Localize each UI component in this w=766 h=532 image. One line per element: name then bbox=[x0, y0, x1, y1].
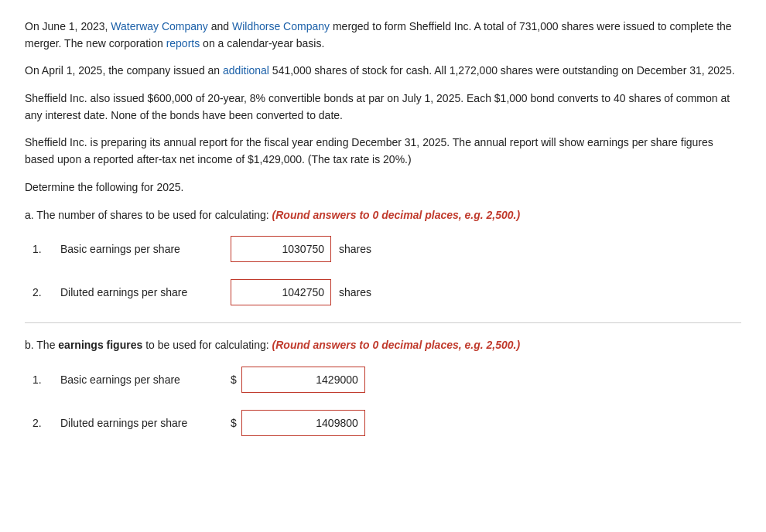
section-b-row-1: 1. Basic earnings per share $ bbox=[25, 367, 741, 393]
section-b-label-bold: earnings figures bbox=[58, 339, 142, 351]
dollar-sign-b1: $ bbox=[231, 373, 237, 386]
row-label-a1: Basic earnings per share bbox=[60, 243, 231, 255]
section-b-label-normal-1: b. The bbox=[25, 339, 58, 351]
unit-label-a1: shares bbox=[339, 243, 371, 255]
determine-label: Determine the following for 2025. bbox=[25, 179, 741, 196]
section-b-label-normal-2: to be used for calculating: bbox=[142, 339, 272, 351]
row-number-a1: 1. bbox=[32, 243, 60, 255]
section-a-label-normal: a. The number of shares to be used for c… bbox=[25, 209, 272, 221]
row-number-b1: 1. bbox=[32, 373, 60, 386]
row-number-b2: 2. bbox=[32, 417, 60, 429]
section-b-row-2: 2. Diluted earnings per share $ bbox=[25, 410, 741, 436]
waterway-highlight: Waterway Company bbox=[111, 20, 208, 32]
diluted-eps-shares-input[interactable] bbox=[231, 279, 331, 305]
row-label-b2: Diluted earnings per share bbox=[60, 417, 231, 429]
section-divider bbox=[25, 322, 741, 323]
paragraph-2: On April 1, 2025, the company issued an … bbox=[25, 63, 741, 80]
row-label-a2: Diluted earnings per share bbox=[60, 286, 231, 298]
basic-eps-earnings-input[interactable] bbox=[241, 367, 365, 393]
section-a-header: a. The number of shares to be used for c… bbox=[25, 207, 741, 224]
diluted-eps-earnings-input[interactable] bbox=[241, 410, 365, 436]
section-b-label-red: (Round answers to 0 decimal places, e.g.… bbox=[272, 339, 521, 351]
section-a: a. The number of shares to be used for c… bbox=[25, 207, 741, 306]
basic-eps-shares-input[interactable] bbox=[231, 236, 331, 262]
paragraph-4: Sheffield Inc. is preparing its annual r… bbox=[25, 135, 741, 168]
wildhorse-highlight: Wildhorse Company bbox=[232, 20, 330, 32]
dollar-sign-b2: $ bbox=[231, 417, 237, 429]
row-label-b1: Basic earnings per share bbox=[60, 373, 231, 386]
section-a-row-1: 1. Basic earnings per share shares bbox=[25, 236, 741, 262]
section-a-row-2: 2. Diluted earnings per share shares bbox=[25, 279, 741, 305]
section-a-label-red: (Round answers to 0 decimal places, e.g.… bbox=[272, 209, 521, 221]
reports-highlight: reports bbox=[166, 37, 200, 49]
paragraph-3: Sheffield Inc. also issued $600,000 of 2… bbox=[25, 90, 741, 124]
section-b-header: b. The earnings figures to be used for c… bbox=[25, 337, 741, 354]
paragraph-1: On June 1, 2023, Waterway Company and Wi… bbox=[25, 19, 741, 52]
unit-label-a2: shares bbox=[339, 286, 371, 298]
additional-highlight: additional bbox=[223, 64, 269, 77]
row-number-a2: 2. bbox=[32, 286, 60, 298]
section-b: b. The earnings figures to be used for c… bbox=[25, 337, 741, 436]
